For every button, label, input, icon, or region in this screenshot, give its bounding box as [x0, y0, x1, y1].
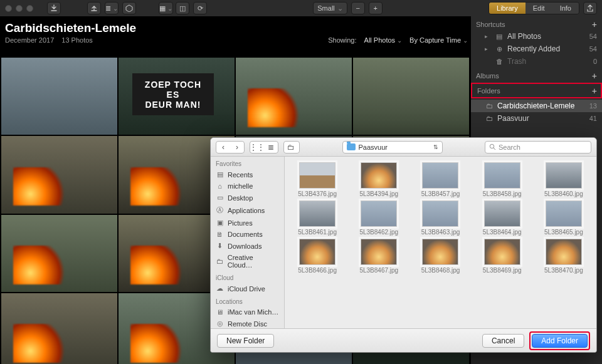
add-shortcut-button[interactable]: + — [592, 20, 597, 29]
mode-tabs: Library Edit Info — [488, 2, 579, 14]
export-button[interactable] — [87, 2, 101, 14]
file-item[interactable]: 5L3B8465.jpg — [535, 201, 593, 236]
file-name: 5L3B8458.jpg — [483, 190, 522, 197]
group-button[interactable]: 🗀 — [283, 141, 300, 153]
tab-library[interactable]: Library — [489, 3, 525, 14]
file-name: 5L3B8465.jpg — [544, 229, 583, 236]
add-folder-button[interactable]: + — [592, 86, 597, 95]
album-title: Carbidschieten-Lemele — [5, 21, 465, 35]
album-count: 13 Photos — [61, 36, 93, 44]
folder-icon — [347, 143, 356, 150]
zoom-out-button[interactable]: − — [351, 2, 365, 14]
photo-thumb[interactable]: ZOEP TOCH ES DEUR MAN! — [119, 58, 235, 135]
traffic-max-icon[interactable] — [26, 5, 33, 12]
file-thumb — [300, 239, 335, 264]
traffic-close-icon[interactable] — [5, 5, 12, 12]
fav-desktop[interactable]: ▭Desktop — [211, 192, 284, 204]
computer-icon: 🖥 — [216, 308, 224, 316]
file-name: 5L3B8461.jpg — [298, 229, 337, 236]
showing-select[interactable]: All Photos — [364, 36, 403, 44]
file-item[interactable]: 5L3B8467.jpg — [350, 239, 408, 274]
file-item[interactable]: 5L3B4376.jpg — [288, 163, 346, 197]
photo-thumb[interactable] — [1, 293, 117, 364]
sidebar-item-all-photos[interactable]: ▸▤All Photos54 — [471, 30, 602, 43]
file-name: 5L3B8460.jpg — [544, 190, 583, 197]
sort-select[interactable]: By Capture Time — [409, 36, 468, 44]
file-item[interactable]: 5L3B8458.jpg — [473, 163, 531, 197]
file-thumb — [485, 201, 520, 226]
new-folder-button[interactable]: New Folder — [217, 334, 274, 348]
file-item[interactable]: 5L3B4394.jpg — [350, 163, 408, 197]
photo-thumb[interactable] — [353, 58, 469, 135]
file-item[interactable]: 5L3B8463.jpg — [411, 201, 469, 236]
add-album-button[interactable]: + — [592, 71, 597, 80]
sidebar-folder-paasvuur[interactable]: 🗀Paasvuur41 — [471, 112, 602, 125]
file-thumb — [485, 163, 520, 188]
file-thumb — [485, 239, 520, 264]
file-thumb — [361, 201, 396, 226]
nav-back-forward: ‹ › — [216, 141, 245, 153]
add-folder-confirm-button[interactable]: Add Folder — [532, 334, 588, 348]
rotate-button[interactable]: ⟳ — [193, 2, 207, 14]
compare-button[interactable]: ◫ — [176, 2, 189, 14]
thumbnail-size-label: Small — [317, 4, 335, 12]
locations-header: Locations — [211, 294, 284, 306]
path-popup[interactable]: Paasvuur ⇅ — [342, 141, 443, 153]
fav-remote-disc[interactable]: ◎Remote Disc — [211, 318, 284, 328]
file-item[interactable]: 5L3B8466.jpg — [288, 239, 346, 274]
list-view-button[interactable]: ≣ — [264, 142, 278, 153]
file-thumb — [300, 201, 335, 226]
file-item[interactable]: 5L3B8470.jpg — [535, 239, 593, 274]
fav-imac[interactable]: 🖥iMac van Mich… — [211, 306, 284, 318]
share-button[interactable] — [583, 2, 597, 14]
fav-home[interactable]: ⌂michelle — [211, 180, 284, 192]
photo-thumb[interactable] — [1, 215, 117, 292]
photo-thumb[interactable] — [236, 58, 352, 135]
tag-button[interactable] — [122, 2, 136, 14]
file-item[interactable]: 5L3B8460.jpg — [535, 163, 593, 197]
list-view-button[interactable]: ≣ — [105, 2, 119, 14]
file-item[interactable]: 5L3B8462.jpg — [350, 201, 408, 236]
shortcuts-header: Shortcuts — [476, 21, 505, 28]
traffic-min-icon[interactable] — [16, 5, 23, 12]
sidebar-item-recently-added[interactable]: ▸⊕Recently Added54 — [471, 43, 602, 55]
nav-forward-button[interactable]: › — [230, 142, 244, 153]
file-item[interactable]: 5L3B8469.jpg — [473, 239, 531, 274]
file-name: 5L3B8463.jpg — [421, 229, 460, 236]
file-item[interactable]: 5L3B8468.jpg — [411, 239, 469, 274]
photo-thumb[interactable] — [1, 136, 117, 213]
zoom-in-button[interactable]: + — [369, 2, 383, 14]
fav-recents[interactable]: ▤Recents — [211, 169, 284, 180]
photo-thumb[interactable] — [1, 58, 117, 135]
icon-view-button[interactable]: ⋮⋮ — [250, 142, 264, 153]
fav-downloads[interactable]: ⬇Downloads — [211, 240, 284, 252]
file-item[interactable]: 5L3B8461.jpg — [288, 201, 346, 236]
file-name: 5L3B4394.jpg — [359, 190, 398, 197]
sidebar-item-trash[interactable]: 🗑Trash0 — [471, 55, 602, 68]
sidebar-folder-carbid[interactable]: 🗀Carbidschieten-Lemele13 — [471, 100, 602, 112]
cancel-button[interactable]: Cancel — [482, 334, 524, 348]
folders-header-row[interactable]: Folders + — [471, 83, 602, 98]
file-item[interactable]: 5L3B8464.jpg — [473, 201, 531, 236]
search-field[interactable]: Search — [485, 141, 591, 153]
fav-documents[interactable]: 🗎Documents — [211, 229, 284, 240]
tab-edit[interactable]: Edit — [525, 3, 552, 14]
add-folder-highlight: Add Folder — [529, 331, 590, 350]
file-item[interactable]: 5L3B8457.jpg — [411, 163, 469, 197]
fav-pictures[interactable]: ▣Pictures — [211, 217, 284, 229]
fav-applications[interactable]: ⒶApplications — [211, 204, 284, 217]
import-button[interactable] — [47, 2, 61, 14]
folder-icon: 🗀 — [485, 115, 494, 122]
svg-point-0 — [490, 144, 494, 148]
tab-info[interactable]: Info — [552, 3, 579, 14]
file-browser[interactable]: 5L3B4376.jpg5L3B4394.jpg5L3B8457.jpg5L3B… — [285, 157, 596, 328]
file-name: 5L3B8466.jpg — [298, 267, 337, 274]
stack-icon: ▤ — [495, 33, 504, 40]
file-name: 5L3B8462.jpg — [359, 229, 398, 236]
file-name: 5L3B8469.jpg — [483, 267, 522, 274]
thumbnail-size-select[interactable]: Small⌄ — [313, 2, 347, 14]
fav-icloud-drive[interactable]: ☁iCloud Drive — [211, 283, 284, 294]
layout-button[interactable]: ▦ — [159, 2, 173, 14]
fav-creative-cloud[interactable]: 🗀Creative Cloud… — [211, 252, 284, 271]
nav-back-button[interactable]: ‹ — [216, 142, 230, 153]
